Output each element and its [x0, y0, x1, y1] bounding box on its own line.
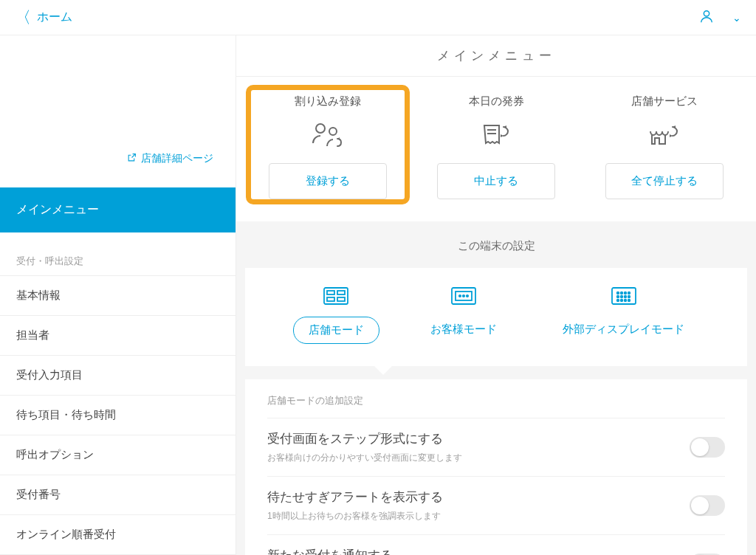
toggle[interactable] — [690, 437, 725, 458]
setting-desc: 1時間以上お待ちのお客様を強調表示します — [267, 510, 443, 523]
svg-rect-13 — [612, 288, 636, 304]
setting-row: 待たせすぎアラートを表示する 1時間以上お待ちのお客様を強調表示します — [267, 476, 725, 534]
main-panel: メインメニュー 割り込み登録 登録する 本日の発券 — [236, 35, 756, 555]
card-store-service: 店舗サービス 全て停止する — [588, 90, 741, 199]
svg-point-11 — [463, 295, 464, 297]
settings-header: 店舗モードの追加設定 — [267, 394, 725, 418]
action-card-row: 割り込み登録 登録する 本日の発券 — [236, 77, 756, 221]
sidebar-active-item[interactable]: メインメニュー — [0, 187, 236, 232]
store-mode-settings: 店舗モードの追加設定 受付画面をステップ形式にする お客様向けの分かりやすい受付… — [245, 379, 747, 555]
tab-external-display-mode[interactable]: 外部ディスプレイモード — [548, 287, 699, 344]
store-mode-icon — [323, 287, 348, 306]
svg-point-2 — [329, 128, 337, 135]
tab-label: お客様モード — [416, 317, 512, 342]
card-title: 割り込み登録 — [295, 94, 361, 108]
svg-point-21 — [628, 296, 630, 298]
external-link-icon — [127, 153, 137, 165]
card-title: 本日の発券 — [469, 94, 524, 108]
svg-point-22 — [617, 300, 619, 302]
sidebar-item[interactable]: 基本情報 — [0, 276, 236, 316]
tab-indicator-arrow — [374, 366, 392, 375]
sidebar-item[interactable]: オンライン順番受付 — [0, 515, 236, 555]
header-right: ⌄ — [698, 8, 741, 27]
setting-row: 受付画面をステップ形式にする お客様向けの分かりやすい受付画面に変更します — [267, 418, 725, 476]
setting-desc: お客様向けの分かりやすい受付画面に変更します — [267, 452, 462, 464]
svg-point-15 — [621, 292, 623, 294]
store-detail-link[interactable]: 店舗詳細ページ — [127, 152, 213, 165]
register-button[interactable]: 登録する — [269, 163, 387, 199]
svg-point-10 — [459, 295, 461, 297]
svg-point-18 — [617, 296, 619, 298]
chevron-left-icon: 〈 — [15, 7, 31, 29]
svg-rect-5 — [337, 291, 345, 294]
setting-title: 新たな受付を通知する — [267, 547, 471, 555]
svg-point-24 — [625, 300, 627, 302]
back-button[interactable]: 〈 ホーム — [15, 7, 72, 29]
sidebar-item[interactable]: 受付番号 — [0, 475, 236, 515]
svg-point-1 — [316, 124, 325, 133]
svg-point-25 — [628, 300, 630, 302]
setting-title: 受付画面をステップ形式にする — [267, 430, 462, 447]
chevron-down-icon[interactable]: ⌄ — [732, 12, 741, 24]
setting-title: 待たせすぎアラートを表示する — [267, 489, 443, 506]
card-today-ticket: 本日の発券 中止する — [419, 90, 573, 199]
customer-mode-icon — [451, 287, 476, 306]
setting-row: 新たな受付を通知する 新規の受付を検知して音とメッセージで通知します — [267, 534, 725, 555]
external-display-icon — [611, 287, 636, 306]
sidebar-item[interactable]: 呼出オプション — [0, 435, 236, 475]
tab-label: 外部ディスプレイモード — [548, 317, 699, 342]
svg-rect-7 — [337, 297, 345, 301]
svg-point-19 — [621, 296, 623, 298]
store-detail-label: 店舗詳細ページ — [141, 152, 213, 165]
tab-label: 店舗モード — [293, 317, 379, 344]
tab-store-mode[interactable]: 店舗モード — [293, 287, 379, 344]
svg-point-23 — [621, 300, 623, 302]
user-icon[interactable] — [698, 8, 715, 27]
svg-point-16 — [625, 292, 627, 294]
svg-point-0 — [704, 10, 709, 15]
store-refresh-icon — [647, 116, 681, 156]
stop-all-button[interactable]: 全て停止する — [605, 163, 724, 199]
svg-rect-6 — [327, 297, 334, 301]
svg-point-12 — [467, 295, 468, 297]
app-header: 〈 ホーム ⌄ — [0, 0, 756, 35]
sidebar-item[interactable]: 待ち項目・待ち時間 — [0, 396, 236, 435]
sidebar-section-label: 受付・呼出設定 — [0, 232, 236, 276]
svg-point-17 — [628, 292, 630, 294]
card-title: 店舗サービス — [631, 94, 698, 108]
device-settings-title: この端末の設定 — [236, 239, 756, 268]
toggle[interactable] — [690, 495, 725, 516]
receipt-refresh-icon — [480, 116, 512, 156]
stop-button[interactable]: 中止する — [437, 163, 555, 199]
people-swap-icon — [311, 116, 345, 156]
tab-customer-mode[interactable]: お客様モード — [416, 287, 512, 344]
svg-point-20 — [625, 296, 627, 298]
sidebar-item[interactable]: 担当者 — [0, 316, 236, 356]
svg-rect-4 — [327, 291, 334, 294]
sidebar: 店舗詳細ページ メインメニュー 受付・呼出設定 基本情報 担当者 受付入力項目 … — [0, 35, 236, 555]
card-interrupt-register: 割り込み登録 登録する — [251, 90, 405, 199]
back-label: ホーム — [37, 10, 72, 25]
mode-tabs: 店舗モード お客様モード — [245, 268, 747, 366]
main-title: メインメニュー — [236, 35, 756, 77]
sidebar-item[interactable]: 受付入力項目 — [0, 356, 236, 396]
svg-point-14 — [617, 292, 619, 294]
